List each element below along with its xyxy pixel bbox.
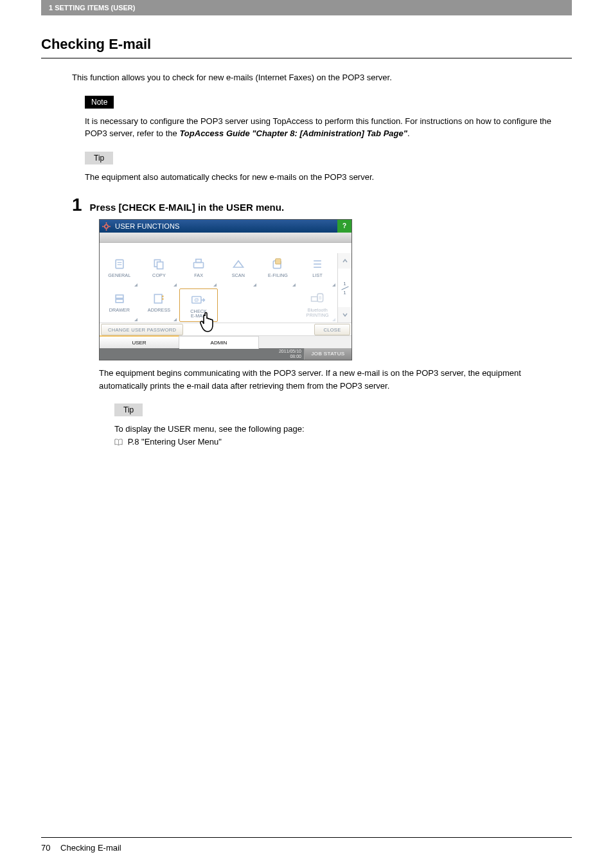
step-1-row: 1 Press [CHECK E-MAIL] in the USER menu. [72,196,572,214]
efiling-icon [269,257,286,271]
tile-fax[interactable]: FAX [179,253,218,288]
svg-rect-17 [116,295,123,298]
tile-label: COPY [152,273,166,278]
close-button[interactable]: CLOSE [314,324,350,335]
step-1-heading: Press [CHECK E-MAIL] in the USER menu. [90,202,285,213]
tile-label: GENERAL [108,273,130,278]
tip-label-1: Tip [85,152,113,164]
tile-label: CHECK E-MAIL [190,309,207,319]
page-up-button[interactable] [338,253,351,269]
copy-icon [150,257,167,271]
note-text: It is necessary to configure the POP3 se… [85,115,572,140]
svg-rect-10 [194,263,204,268]
page-total: 1 [343,290,346,296]
svg-rect-9 [157,262,163,269]
device-tabs: USER ADMIN [100,335,351,348]
change-user-password-button[interactable]: CHANGE USER PASSWORD [101,324,183,335]
page-down-button[interactable] [338,307,351,323]
header-breadcrumb: 1 SETTING ITEMS (USER) [41,0,572,15]
tile-label: SCAN [232,273,245,278]
list-icon [309,257,326,271]
svg-rect-24 [312,297,317,301]
intro-text: This function allows you to check for ne… [72,71,572,84]
tile-general[interactable]: GENERAL [100,253,139,288]
svg-rect-5 [116,260,123,268]
device-action-row: CHANGE USER PASSWORD CLOSE [100,323,351,335]
gear-icon [100,222,112,231]
tip-label-2: Tip [114,403,143,416]
svg-rect-19 [155,294,163,303]
tile-label: ADDRESS [148,308,170,313]
device-menu-grid: GENERAL COPY FAX SCA [100,253,337,323]
device-timestamp: 2011/05/10 08:00 [279,349,304,359]
svg-text:@: @ [194,297,199,303]
tip-text-2: To display the USER menu, see the follow… [114,423,572,436]
tip-block-2: Tip To display the USER menu, see the fo… [114,403,572,448]
tile-bluetooth-printing[interactable]: B Bluetooth PRINTING [298,288,337,323]
tile-label: LIST [312,273,323,278]
timestamp-time: 08:00 [279,354,301,359]
note-text-b: . [407,128,410,138]
tile-list[interactable]: LIST [298,253,337,288]
tile-label: Bluetooth PRINTING [306,308,329,317]
svg-rect-20 [162,296,164,297]
tip-reference-text[interactable]: P.8 "Entering User Menu" [128,437,222,447]
svg-rect-11 [196,260,201,263]
tile-check-email[interactable]: @ CHECK E-MAIL [179,288,218,322]
fax-icon [190,257,207,271]
step-1-body-text: The equipment begins communicating with … [99,367,572,392]
job-status-button[interactable]: JOB STATUS [304,348,351,360]
tile-scan[interactable]: SCAN [218,253,258,288]
book-icon [114,437,123,445]
step-1-number: 1 [72,196,82,214]
device-title: USER FUNCTIONS [112,222,337,230]
note-block: Note It is necessary to configure the PO… [85,96,572,140]
timestamp-date: 2011/05/10 [279,349,301,354]
tab-admin[interactable]: ADMIN [179,336,259,349]
tile-drawer[interactable]: DRAWER [100,288,139,323]
tile-address[interactable]: ADDRESS [139,288,179,323]
tip-reference-line: P.8 "Entering User Menu" [114,436,572,448]
help-button[interactable]: ? [337,220,351,233]
bluetooth-printing-icon: B [309,292,326,306]
tile-efiling[interactable]: E-FILING [258,253,298,288]
tile-label: E-FILING [268,273,288,278]
address-icon [150,292,167,306]
page-current: 1 [343,281,346,287]
tip-text-1: The equipment also automatically checks … [85,171,572,184]
svg-rect-13 [276,259,281,264]
device-pager: 1 1 [337,253,351,323]
device-titlebar: USER FUNCTIONS ? [100,220,351,233]
tile-label: FAX [194,273,203,278]
tip-block-1: Tip The equipment also automatically che… [85,152,572,184]
note-label: Note [85,96,114,109]
device-screenshot: USER FUNCTIONS ? GENERAL COPY [99,219,352,360]
svg-rect-18 [116,299,123,303]
tile-copy[interactable]: COPY [139,253,179,288]
tile-empty-2 [258,288,298,323]
drawer-icon [111,292,128,306]
page-title: Checking E-mail [41,36,572,53]
note-reference: TopAccess Guide "Chapter 8: [Administrat… [179,128,407,138]
page-indicator: 1 1 [338,269,351,307]
device-status-bar: 2011/05/10 08:00 JOB STATUS [100,348,351,360]
scan-icon [230,257,247,271]
tile-empty-1 [218,288,258,323]
general-icon [111,257,128,271]
svg-rect-21 [162,298,164,300]
title-rule [41,58,572,58]
tile-label: DRAWER [109,308,130,313]
device-sub-bar [100,233,351,243]
svg-text:B: B [319,296,321,300]
svg-point-0 [104,224,107,227]
tab-user[interactable]: USER [100,335,179,348]
check-email-icon: @ [190,293,207,307]
